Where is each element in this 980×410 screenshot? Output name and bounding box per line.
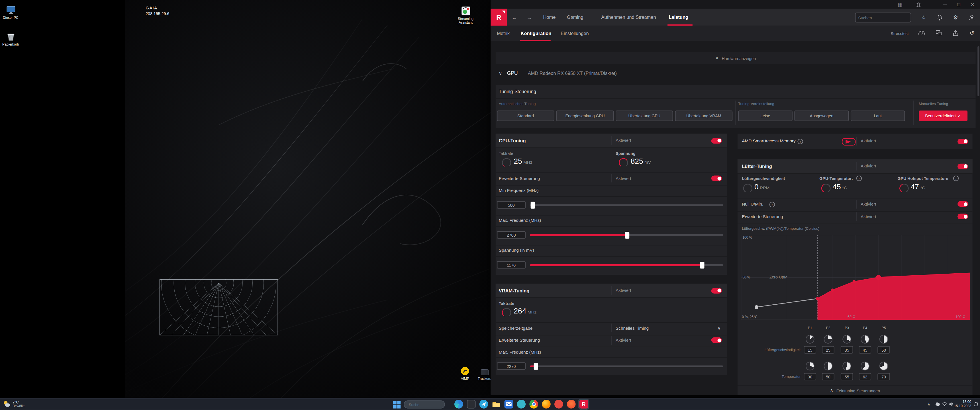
sam-toggle[interactable] [958, 138, 968, 144]
slider-handle[interactable] [531, 202, 535, 209]
voltage-slider[interactable] [530, 264, 723, 266]
fan-tuning-toggle[interactable] [958, 164, 968, 169]
scrollbar[interactable] [977, 46, 980, 96]
minimize-button[interactable]: ─ [939, 0, 950, 9]
taskbar-search[interactable] [404, 400, 445, 408]
slider-handle[interactable] [625, 232, 629, 238]
onedrive-cloud-icon[interactable] [935, 402, 941, 407]
p4-temp-input[interactable] [859, 373, 871, 380]
edge-icon[interactable] [454, 400, 463, 408]
back-button[interactable]: ← [509, 9, 519, 25]
desktop-icon-recycle-bin[interactable]: Papierkorb [0, 32, 24, 46]
tuning-button-standard[interactable]: Standard [497, 110, 554, 121]
max-frequency-input[interactable] [497, 231, 526, 238]
fan-advanced-toggle[interactable] [958, 213, 968, 219]
close-button[interactable]: × [967, 0, 978, 9]
tuning-button-power-saving[interactable]: Energiesenkung GPU [556, 110, 614, 121]
max-frequency-slider[interactable] [530, 234, 723, 236]
weather-widget[interactable]: 7°C Bewölkt [3, 400, 24, 408]
gpu-temp-gauge [821, 184, 831, 193]
p3-temp-input[interactable] [841, 373, 853, 380]
nav-tab-gaming[interactable]: Gaming [567, 9, 584, 25]
subnav-tab-konfiguration[interactable]: Konfiguration [521, 25, 552, 41]
window-titlebar[interactable]: ▦ ─ □ × [490, 0, 980, 9]
subnav-tab-metrik[interactable]: Metrik [497, 25, 510, 41]
p2-temp-input[interactable] [822, 373, 834, 380]
slider-handle[interactable] [534, 363, 538, 370]
network-icon[interactable] [942, 402, 948, 407]
p5-speed-input[interactable] [877, 346, 890, 353]
export-share-icon[interactable] [951, 25, 961, 41]
teal-app-icon[interactable] [517, 400, 526, 408]
telegram-icon[interactable] [479, 400, 488, 408]
chevron-down-icon[interactable]: ∨ [718, 326, 721, 331]
notification-bell-icon[interactable] [974, 402, 979, 408]
info-icon[interactable]: i [797, 139, 803, 145]
window-search-input[interactable] [856, 15, 916, 20]
overlay-icon[interactable] [934, 25, 944, 41]
vram-tuning-toggle[interactable] [711, 288, 722, 293]
stresstest-gauge-icon[interactable] [916, 25, 926, 41]
nav-tab-performance[interactable]: Leistung [669, 9, 688, 25]
settings-gear-icon[interactable]: ⚙ [951, 9, 961, 25]
min-frequency-input[interactable] [497, 201, 526, 208]
p4-speed-input[interactable] [859, 346, 871, 353]
favorites-star-icon[interactable]: ☆ [919, 9, 929, 25]
slider-handle[interactable] [700, 262, 704, 269]
taskbar-search-input[interactable] [407, 403, 459, 406]
gpu-section-header[interactable]: ∨ GPU AMD Radeon RX 6950 XT (Primär/Disk… [499, 71, 617, 76]
firefox-icon[interactable] [542, 400, 551, 408]
preset-button-quiet[interactable]: Leise [738, 110, 792, 121]
desktop-icon-this-pc[interactable]: Dieser PC [0, 6, 24, 19]
volume-icon[interactable] [949, 402, 955, 407]
gpu-tuning-toggle[interactable] [711, 138, 722, 143]
manual-button-custom[interactable]: Benutzerdefiniert ✓ [919, 110, 967, 121]
vram-advanced-toggle[interactable] [711, 337, 722, 343]
tuning-button-oc-vram[interactable]: Übertaktung VRAM [675, 110, 732, 121]
min-frequency-slider[interactable] [530, 204, 723, 206]
nav-tab-home[interactable]: Home [543, 9, 555, 25]
hardware-displays-bar[interactable]: ∧ Hardwareanzeigen [496, 52, 976, 64]
bug-report-icon[interactable] [913, 0, 924, 9]
voltage-input[interactable] [497, 261, 526, 269]
tuning-button-oc-gpu[interactable]: Übertaktung GPU [616, 110, 673, 121]
opera-icon[interactable] [554, 400, 563, 408]
info-icon[interactable]: i [856, 175, 862, 181]
preset-button-balanced[interactable]: Ausgewogen [794, 110, 849, 121]
vram-max-frequency-slider[interactable] [530, 365, 723, 367]
clock[interactable]: 13:00 15.10.2023 [954, 400, 971, 409]
forward-button[interactable]: → [525, 9, 535, 25]
windows-start-button[interactable] [393, 401, 401, 408]
amd-logo[interactable]: R [490, 9, 507, 25]
p5-temp-input[interactable] [877, 373, 890, 380]
p1-temp-input[interactable] [803, 373, 816, 380]
vram-max-frequency-input[interactable] [497, 362, 526, 370]
notifications-bell-icon[interactable] [934, 9, 944, 25]
mail-icon[interactable] [504, 400, 513, 408]
zero-rpm-toggle[interactable] [958, 201, 968, 207]
brave-icon[interactable] [567, 400, 576, 408]
preset-button-loud[interactable]: Laut [851, 110, 905, 121]
info-icon[interactable]: i [953, 175, 959, 181]
window-search[interactable] [855, 13, 911, 22]
file-explorer-icon[interactable] [492, 400, 501, 408]
layout-grid-icon[interactable]: ▦ [894, 0, 905, 9]
info-icon[interactable]: i [770, 202, 775, 208]
reset-icon[interactable]: ↺ [967, 25, 977, 41]
system-app-icon[interactable] [467, 400, 476, 408]
memory-timing-value[interactable]: Schnelles Timing [616, 326, 649, 330]
temp-dial-icon [861, 362, 869, 370]
maximize-button[interactable]: □ [953, 0, 964, 9]
tray-chevron-icon[interactable]: ∧ [928, 402, 931, 406]
p2-speed-input[interactable] [822, 346, 834, 353]
p1-speed-input[interactable] [803, 346, 816, 353]
user-profile-icon[interactable] [967, 9, 977, 25]
subnav-tab-einstellungen[interactable]: Einstellungen [561, 25, 589, 41]
nav-tab-record-stream[interactable]: Aufnehmen und Streamen [601, 9, 656, 25]
gpu-advanced-toggle[interactable] [711, 175, 722, 181]
fine-tuning-footer[interactable]: ∧ Feintuning-Steuerungen [738, 386, 973, 395]
desktop-icon-streaming-assistant[interactable]: Streaming Assistant [452, 6, 479, 24]
p3-speed-input[interactable] [841, 346, 853, 353]
amd-software-icon[interactable]: R [579, 400, 588, 408]
chrome-icon[interactable] [529, 400, 538, 408]
